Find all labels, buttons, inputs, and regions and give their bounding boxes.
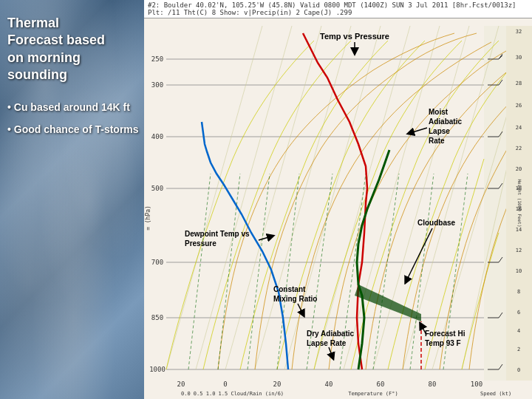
svg-text:700: 700: [151, 259, 163, 266]
svg-text:= (hPa): = (hPa): [145, 205, 151, 231]
svg-text:Mixing Ratio: Mixing Ratio: [273, 295, 317, 303]
bullet-cu: • Cu based around 14K ft: [7, 99, 140, 115]
chart-header-line1: #2: Boulder 40.02'N, 105.25'W (45.8N) Va…: [148, 1, 528, 9]
svg-text:22: 22: [516, 146, 522, 151]
skewt-diagram: 250 300 400 500 700 850 1000 = (hPa): [144, 18, 532, 399]
svg-text:Dewpoint Temp vs: Dewpoint Temp vs: [185, 230, 250, 238]
svg-text:Forecast Hi: Forecast Hi: [425, 330, 466, 338]
svg-text:40: 40: [325, 381, 333, 388]
svg-text:Temperature (F°): Temperature (F°): [348, 391, 398, 397]
svg-text:300: 300: [151, 81, 163, 89]
chart-area: #2: Boulder 40.02'N, 105.25'W (45.8N) Va…: [144, 0, 532, 399]
svg-text:6: 6: [517, 310, 520, 316]
svg-text:28: 28: [516, 81, 522, 86]
svg-text:1000: 1000: [149, 366, 166, 373]
svg-text:Constant: Constant: [273, 285, 306, 293]
svg-text:4: 4: [517, 328, 520, 334]
svg-text:Temp 93 F: Temp 93 F: [425, 339, 461, 347]
chart-canvas: 250 300 400 500 700 850 1000 = (hPa): [144, 18, 532, 399]
svg-text:Speed (kt): Speed (kt): [480, 391, 511, 397]
svg-text:500: 500: [151, 185, 163, 192]
svg-text:26: 26: [516, 103, 522, 109]
svg-text:8: 8: [517, 289, 520, 295]
svg-text:850: 850: [151, 314, 163, 321]
chart-header: #2: Boulder 40.02'N, 105.25'W (45.8N) Va…: [144, 0, 532, 18]
svg-text:20: 20: [273, 381, 282, 388]
svg-text:400: 400: [151, 133, 163, 140]
main-title: ThermalForecast basedon morningsounding: [7, 15, 140, 84]
svg-text:32: 32: [516, 29, 522, 35]
svg-text:30: 30: [516, 55, 522, 61]
svg-text:24: 24: [516, 125, 522, 131]
svg-text:Dry Adiabatic: Dry Adiabatic: [307, 330, 355, 338]
svg-text:60: 60: [377, 381, 385, 388]
left-panel: ThermalForecast basedon morningsounding …: [0, 0, 148, 399]
temp-vs-pressure-label: Temp vs Pressure: [320, 32, 389, 41]
svg-text:Lapse Rate: Lapse Rate: [307, 339, 347, 347]
svg-text:0: 0: [517, 367, 520, 373]
svg-text:100: 100: [471, 381, 482, 388]
svg-text:2: 2: [517, 347, 520, 352]
svg-text:0: 0: [223, 381, 227, 388]
svg-text:Adiabatic: Adiabatic: [429, 117, 462, 126]
svg-text:12: 12: [516, 248, 522, 253]
svg-text:Moist: Moist: [429, 108, 449, 116]
bullet-points: • Cu based around 14K ft • Good chance o…: [7, 99, 140, 138]
svg-text:Cloudbase: Cloudbase: [417, 219, 456, 227]
svg-text:250: 250: [151, 55, 163, 63]
svg-text:Pressure: Pressure: [185, 239, 216, 248]
bullet-storms: • Good chance of T-storms: [7, 121, 140, 137]
svg-text:Height (1000 Feet): Height (1000 Feet): [516, 179, 522, 227]
svg-text:Rate: Rate: [429, 137, 445, 145]
svg-text:14: 14: [516, 227, 522, 233]
svg-text:80: 80: [429, 381, 437, 388]
svg-text:20: 20: [516, 166, 522, 172]
svg-text:10: 10: [516, 268, 522, 274]
svg-text:20: 20: [177, 381, 185, 388]
svg-text:0.0  0.5  1.0  1.5  Cloud/Rain: 0.0 0.5 1.0 1.5 Cloud/Rain (in/6): [181, 391, 284, 397]
chart-header-line2: Plt: /11 Tht(C) 8 Show: v|Precip(in) 2 C…: [148, 9, 528, 16]
svg-text:Lapse: Lapse: [429, 127, 450, 135]
